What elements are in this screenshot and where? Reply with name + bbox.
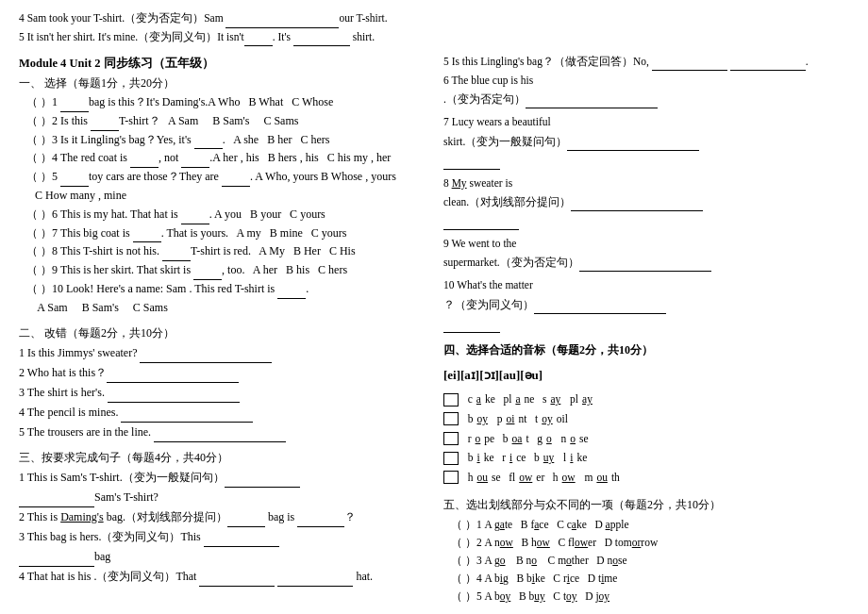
choice-10b: A Sam B Sam's C Sams: [19, 299, 425, 318]
top-item-5: 5 It isn't her shirt. It's mine.（变为同义句）I…: [19, 28, 849, 47]
r-item-6b: .（变为否定句）: [443, 90, 849, 108]
choice-3: （ ）3 Is it Lingling's bag？Yes, it's . A …: [19, 131, 425, 150]
r-item-8c: [443, 211, 849, 230]
r-item-7b: skirt.（变为一般疑问句）: [443, 132, 849, 151]
correction-2: 2 Who hat is this？: [19, 363, 425, 383]
r-item-8: 8 My sweater is: [443, 174, 849, 192]
choice-9: （ ）9 This is her skirt. That skirt is , …: [19, 261, 425, 280]
select-5: （ ）5 A boy B buy C toy D joy: [443, 588, 849, 606]
r-item-8b: clean.（对划线部分提问）: [443, 192, 849, 211]
phonetics-row-1: cake plane say play: [443, 390, 849, 409]
module-title: Module 4 Unit 2 同步练习（五年级）: [19, 56, 425, 72]
choice-1: （ ）1 bag is this？It's Daming's.A Who B W…: [19, 93, 425, 112]
top-section: 4 Sam took your T-shirt.（变为否定句）Sam our T…: [19, 9, 849, 46]
phonetics-row-5: house flower how mouth: [443, 468, 849, 488]
correction-1: 1 Is this Jimmys' sweater?: [19, 343, 425, 363]
phonetics-row-3: rope boat go nose: [443, 429, 849, 449]
choice-2: （ ）2 Is this T-shirt？ A Sam B Sam's C Sa…: [19, 112, 425, 131]
correction-3: 3 The shirt is her's.: [19, 383, 425, 403]
left-column: Module 4 Unit 2 同步练习（五年级） 一、 选择（每题1分，共20…: [19, 52, 425, 613]
phonetics-symbols: [ei][aɪ][ɔɪ][au][əu]: [443, 365, 849, 386]
section5-title: 五、选出划线部分与众不同的一项（每题2分，共10分）: [443, 495, 849, 514]
section5: 五、选出划线部分与众不同的一项（每题2分，共10分） （ ）1 A gate B…: [443, 495, 849, 606]
select-4: （ ）4 A big B bike C rice D time: [443, 570, 849, 588]
checkbox-4[interactable]: [443, 452, 459, 465]
sentence-1b: Sam's T-shirt?: [19, 488, 425, 507]
right-top: 5 Is this Lingling's bag？（做否定回答）No, . 6 …: [443, 52, 849, 333]
choice-8: （ ）8 This T-shirt is not his. T-shirt is…: [19, 242, 425, 261]
choice-10: （ ）10 Look! Here's a name: Sam . This re…: [19, 280, 425, 299]
section3: 三、按要求完成句子（每题4分，共40分） 1 This is Sam's T-s…: [19, 450, 425, 587]
phonetics-row-4: bike rice buy like: [443, 448, 849, 468]
section3-title: 三、按要求完成句子（每题4分，共40分）: [19, 450, 425, 466]
choice-6: （ ）6 This is my hat. That hat is . A you…: [19, 206, 425, 224]
r-item-9: 9 We went to the: [443, 234, 849, 253]
r-item-7: 7 Lucy wears a beautiful: [443, 112, 849, 131]
choice-5b: C How many , mine: [19, 187, 425, 206]
checkbox-3[interactable]: [443, 432, 459, 445]
section4-title: 四、选择合适的音标（每题2分，共10分）: [443, 340, 849, 359]
select-1: （ ）1 A gate B face C cake D apple: [443, 516, 849, 534]
select-2: （ ）2 A now B how C flower D tomorrow: [443, 534, 849, 552]
r-item-10: 10 What's the matter: [443, 275, 849, 294]
phonetics-table: cake plane say play boy point toyoil rop…: [443, 390, 849, 487]
r-item-10c: [443, 314, 849, 333]
sentence-3: 3 This bag is hers.（变为同义句）This: [19, 527, 425, 547]
checkbox-1[interactable]: [443, 393, 459, 407]
sentence-2: 2 This is Daming's bag.（对划线部分提问） bag is …: [19, 507, 425, 527]
checkbox-2[interactable]: [443, 412, 459, 425]
correction-4: 4 The pencil is mines.: [19, 403, 425, 423]
r-item-9b: supermarket.（变为否定句）: [443, 253, 849, 272]
section2: 二、 改错（每题2分，共10分） 1 Is this Jimmys' sweat…: [19, 325, 425, 442]
sentence-3b: bag: [19, 547, 425, 567]
phonetics-row-2: boy point toyoil: [443, 409, 849, 429]
choice-5: （ ）5 toy cars are those？They are . A Who…: [19, 168, 425, 187]
top-item-4: 4 Sam took your T-shirt.（变为否定句）Sam our T…: [19, 9, 849, 28]
section2-title: 二、 改错（每题2分，共10分）: [19, 325, 425, 341]
select-3: （ ）3 A go B no C mother D nose: [443, 552, 849, 570]
r-item-10b: ？（变为同义句）: [443, 295, 849, 314]
section1: 一、 选择（每题1分，共20分） （ ）1 bag is this？It's D…: [19, 75, 425, 318]
section4: 四、选择合适的音标（每题2分，共10分） [ei][aɪ][ɔɪ][au][əu…: [443, 340, 849, 488]
sentence-4: 4 That hat is his .（变为同义句）That hat.: [19, 567, 425, 587]
section1-title: 一、 选择（每题1分，共20分）: [19, 75, 425, 91]
page-content: Module 4 Unit 2 同步练习（五年级） 一、 选择（每题1分，共20…: [19, 52, 849, 613]
choice-7: （ ）7 This big coat is . That is yours. A…: [19, 224, 425, 243]
right-column: 5 Is this Lingling's bag？（做否定回答）No, . 6 …: [443, 52, 849, 613]
r-item-6: 6 The blue cup is his: [443, 71, 849, 90]
checkbox-5[interactable]: [443, 471, 459, 484]
choice-4: （ ）4 The red coat is , not .A her , his …: [19, 149, 425, 168]
r-item-7c: [443, 151, 849, 170]
sentence-1: 1 This is Sam's T-shirt.（变为一般疑问句）: [19, 468, 425, 488]
r-item-5: 5 Is this Lingling's bag？（做否定回答）No, .: [443, 52, 849, 71]
correction-5: 5 The trousers are in the line.: [19, 423, 425, 442]
